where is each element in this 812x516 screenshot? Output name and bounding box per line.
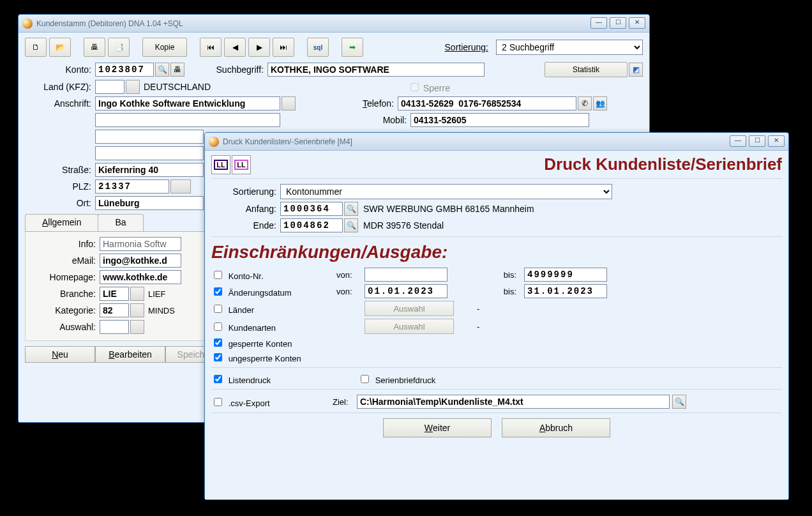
datum-bis-input[interactable] xyxy=(524,284,607,298)
telefon-input[interactable] xyxy=(398,96,576,110)
abbruch-button[interactable]: Abbruch xyxy=(502,418,610,437)
anschrift4-input[interactable] xyxy=(95,146,204,160)
binoculars-icon xyxy=(158,65,167,74)
binoculars-icon xyxy=(347,221,356,230)
bis-label: bis: xyxy=(490,270,516,280)
konto-nr-checkbox[interactable] xyxy=(214,271,222,279)
close-button[interactable]: ✕ xyxy=(768,135,785,147)
sort-select[interactable]: 2 Suchbegriff xyxy=(496,40,643,55)
konto-search-button[interactable] xyxy=(155,63,169,77)
listendruck-checkbox[interactable] xyxy=(214,375,222,383)
suchbegriff-label: Suchbegriff: xyxy=(184,64,267,75)
anschrift-input[interactable] xyxy=(95,96,280,110)
anfang-search-button[interactable] xyxy=(344,202,358,216)
weiter-button[interactable]: Weiter xyxy=(383,418,492,437)
phone-icon xyxy=(582,99,588,108)
sortierung-select[interactable]: Kontonummer xyxy=(280,184,612,199)
binoculars-icon xyxy=(347,204,356,213)
minimize-button[interactable]: — xyxy=(590,17,607,29)
email-input[interactable] xyxy=(100,254,181,268)
prev-record-button[interactable] xyxy=(224,38,246,57)
ende-konto-input[interactable] xyxy=(280,218,343,232)
landkfz-lookup-button[interactable] xyxy=(126,80,140,94)
anschrift3-input[interactable] xyxy=(95,130,204,144)
dialog-heading: Druck Kundenliste/Serienbrief xyxy=(544,155,782,174)
anfang-konto-input[interactable] xyxy=(280,202,343,216)
branche-label: Branche: xyxy=(29,289,100,299)
suchbegriff-input[interactable] xyxy=(267,63,485,77)
kopie-button[interactable]: Kopie xyxy=(142,38,187,57)
konto-input[interactable] xyxy=(95,63,154,77)
email-label: eMail: xyxy=(29,255,100,266)
open-icon xyxy=(56,43,65,52)
anschrift2-input[interactable] xyxy=(95,113,280,127)
laender-selection-text: - xyxy=(477,304,479,314)
landkfz-code-input[interactable] xyxy=(95,80,124,94)
strasse-input[interactable] xyxy=(95,163,204,177)
last-record-button[interactable] xyxy=(273,38,294,57)
first-record-button[interactable] xyxy=(200,38,222,57)
anfang-label: Anfang: xyxy=(211,204,280,214)
ende-search-button[interactable] xyxy=(344,218,358,232)
konto-von-input[interactable] xyxy=(365,268,447,282)
ort-label: Ort: xyxy=(25,198,95,208)
ll-button-1[interactable]: LL xyxy=(211,155,230,174)
info-input[interactable] xyxy=(100,237,181,251)
statistik-button[interactable]: Statistik xyxy=(545,62,628,77)
anschrift-label: Anschrift: xyxy=(25,98,95,109)
neu-button[interactable]: Neu xyxy=(25,346,95,363)
aenderungsdatum-checkbox[interactable] xyxy=(214,287,222,296)
new-button[interactable] xyxy=(25,38,47,57)
titlebar-druck[interactable]: Druck Kundenlisten/-Serienbriefe [M4] — … xyxy=(205,133,788,151)
maximize-button[interactable]: ☐ xyxy=(749,135,765,147)
minimize-button[interactable]: — xyxy=(730,135,746,147)
datum-von-input[interactable] xyxy=(365,284,447,298)
kundenarten-checkbox[interactable] xyxy=(214,322,222,331)
plz-input[interactable] xyxy=(95,179,169,194)
titlebar-kundenstamm[interactable]: Kundenstamm (Debitoren) DNA 1.04 +SQL — … xyxy=(19,15,649,33)
branche-code-input[interactable] xyxy=(100,287,129,301)
plz-label: PLZ: xyxy=(25,181,95,192)
export-button[interactable] xyxy=(342,38,363,57)
auswahl-input[interactable] xyxy=(100,320,129,334)
statistik-extra-button[interactable] xyxy=(629,63,643,77)
csv-export-checkbox[interactable] xyxy=(214,398,222,406)
kundenarten-auswahl-button[interactable]: Auswahl xyxy=(365,319,454,334)
maximize-button[interactable]: ☐ xyxy=(610,17,626,29)
sort-label: Sortierung: xyxy=(445,42,492,52)
ungesperrte-checkbox[interactable] xyxy=(214,353,222,361)
ziel-label: Ziel: xyxy=(333,397,357,407)
ll-button-2[interactable]: LL xyxy=(232,155,251,174)
mobil-input[interactable] xyxy=(410,113,589,127)
kategorie-code-input[interactable] xyxy=(100,303,129,317)
bearbeiten-button[interactable]: Bearbeiten xyxy=(95,346,165,363)
gesperrte-label: gesperrte Konten xyxy=(229,339,292,349)
auswahl-lookup-button[interactable] xyxy=(130,320,144,334)
plz-lookup-button[interactable] xyxy=(170,179,191,194)
tab-allgemein[interactable]: Allgemein xyxy=(25,214,98,231)
sql-button[interactable] xyxy=(307,38,329,57)
kategorie-lookup-button[interactable] xyxy=(130,303,144,317)
copy-button[interactable] xyxy=(108,38,130,57)
contacts-button[interactable] xyxy=(593,96,607,110)
serienbrief-checkbox[interactable] xyxy=(361,375,369,383)
laender-checkbox[interactable] xyxy=(214,305,222,313)
gesperrte-checkbox[interactable] xyxy=(214,338,222,347)
konto-nr-label: Konto-Nr. xyxy=(229,271,264,281)
konto-print-button[interactable] xyxy=(170,63,184,77)
print-button[interactable] xyxy=(84,38,105,57)
tab-ba[interactable]: Ba xyxy=(98,214,143,231)
anschrift-button[interactable] xyxy=(282,96,296,110)
open-button[interactable] xyxy=(49,38,71,57)
laender-auswahl-button[interactable]: Auswahl xyxy=(365,301,454,316)
dial-button[interactable] xyxy=(578,96,592,110)
close-button[interactable]: ✕ xyxy=(629,17,645,29)
homepage-input[interactable] xyxy=(100,270,181,284)
ort-input[interactable] xyxy=(95,196,204,210)
mobil-label: Mobil: xyxy=(334,115,410,125)
branche-lookup-button[interactable] xyxy=(130,287,144,301)
konto-bis-input[interactable] xyxy=(524,268,607,282)
next-record-button[interactable] xyxy=(248,38,270,57)
ziel-input[interactable] xyxy=(357,395,670,409)
ziel-browse-button[interactable] xyxy=(672,395,686,409)
